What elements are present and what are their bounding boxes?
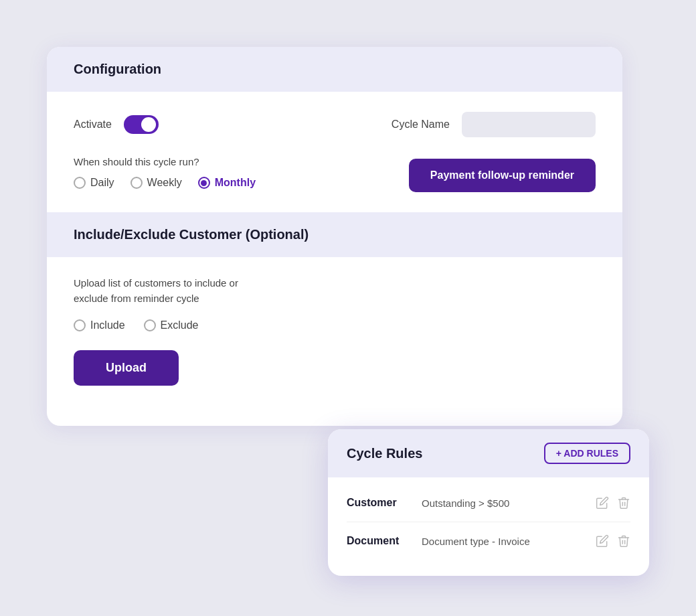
- radio-circle-exclude: [144, 319, 156, 331]
- activate-label: Activate: [74, 119, 112, 131]
- delete-rule-document-button[interactable]: [617, 534, 630, 548]
- config-row-schedule: When should this cycle run? Daily Weekly: [74, 156, 596, 192]
- schedule-question: When should this cycle run?: [74, 156, 256, 167]
- include-section-title: Include/Exclude Customer (Optional): [74, 227, 309, 242]
- include-radio-group: Include Exclude: [74, 319, 596, 331]
- radio-exclude-label: Exclude: [161, 319, 199, 331]
- rule-value-document: Document type - Invoice: [422, 536, 588, 547]
- cycle-name-label: Cycle Name: [392, 119, 450, 131]
- rule-value-customer: Outstanding > $500: [422, 497, 588, 509]
- radio-exclude[interactable]: Exclude: [144, 319, 199, 331]
- add-rules-button[interactable]: + ADD RULES: [544, 443, 630, 464]
- radio-include[interactable]: Include: [74, 319, 125, 331]
- radio-circle-monthly: [198, 177, 210, 189]
- cycle-rules-card: Cycle Rules + ADD RULES Customer Outstan…: [328, 429, 649, 576]
- edit-rule-document-button[interactable]: [596, 534, 609, 548]
- include-section-body: Upload list of customers to include or e…: [47, 257, 622, 399]
- payment-followup-button[interactable]: Payment follow-up reminder: [409, 159, 596, 192]
- rule-actions-document: [596, 534, 630, 548]
- radio-daily-label: Daily: [90, 177, 114, 189]
- include-section-header: Include/Exclude Customer (Optional): [47, 212, 622, 257]
- activate-group: Activate: [74, 115, 159, 134]
- radio-weekly-label: Weekly: [147, 177, 182, 189]
- cycle-name-group: Cycle Name: [392, 112, 596, 137]
- delete-rule-customer-button[interactable]: [617, 496, 630, 510]
- main-configuration-card: Configuration Activate Cycle Name When s…: [47, 47, 622, 426]
- activate-toggle[interactable]: [124, 115, 159, 134]
- rule-type-document: Document: [347, 535, 414, 547]
- cycle-name-input[interactable]: [462, 112, 596, 137]
- schedule-radio-group: Daily Weekly Monthly: [74, 177, 256, 189]
- config-row-activate: Activate Cycle Name: [74, 112, 596, 137]
- radio-circle-include: [74, 319, 86, 331]
- rule-row: Document Document type - Invoice: [347, 522, 630, 560]
- configuration-body: Activate Cycle Name When should this cyc…: [47, 92, 622, 212]
- upload-button[interactable]: Upload: [74, 350, 179, 386]
- radio-circle-weekly: [130, 177, 143, 189]
- edit-rule-customer-button[interactable]: [596, 496, 609, 510]
- cycle-rules-body: Customer Outstanding > $500: [328, 477, 649, 576]
- radio-include-label: Include: [90, 319, 125, 331]
- radio-monthly-label: Monthly: [215, 177, 256, 189]
- rule-row: Customer Outstanding > $500: [347, 484, 630, 522]
- rule-actions-customer: [596, 496, 630, 510]
- include-description: Upload list of customers to include or e…: [74, 276, 274, 306]
- configuration-header: Configuration: [47, 47, 622, 92]
- configuration-title: Configuration: [74, 62, 161, 76]
- radio-weekly[interactable]: Weekly: [130, 177, 182, 189]
- radio-daily[interactable]: Daily: [74, 177, 114, 189]
- radio-circle-daily: [74, 177, 86, 189]
- rule-type-customer: Customer: [347, 497, 414, 509]
- cycle-rules-title: Cycle Rules: [347, 446, 422, 461]
- schedule-group: When should this cycle run? Daily Weekly: [74, 156, 256, 189]
- radio-monthly[interactable]: Monthly: [198, 177, 256, 189]
- cycle-rules-header: Cycle Rules + ADD RULES: [328, 429, 649, 477]
